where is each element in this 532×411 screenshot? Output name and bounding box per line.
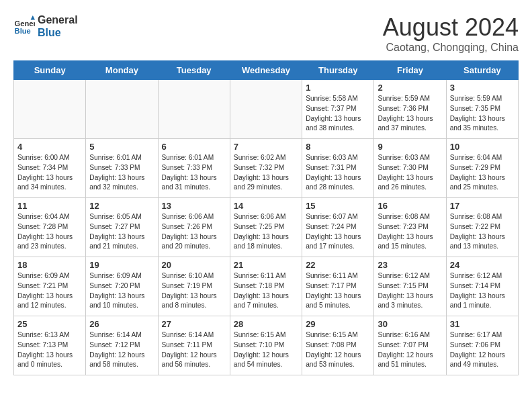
calendar-cell: 24Sunrise: 6:12 AMSunset: 7:14 PMDayligh… (446, 257, 518, 316)
calendar-cell: 10Sunrise: 6:04 AMSunset: 7:29 PMDayligh… (446, 139, 518, 198)
calendar-table: SundayMondayTuesdayWednesdayThursdayFrid… (13, 60, 519, 375)
cell-content: Sunrise: 6:06 AMSunset: 7:26 PMDaylight:… (162, 212, 226, 252)
day-number: 5 (89, 142, 154, 152)
cell-content: Sunrise: 6:03 AMSunset: 7:31 PMDaylight:… (306, 153, 370, 193)
day-header-monday: Monday (86, 61, 158, 80)
day-number: 21 (234, 260, 298, 270)
day-number: 17 (450, 201, 515, 211)
calendar-cell: 14Sunrise: 6:06 AMSunset: 7:25 PMDayligh… (230, 198, 302, 257)
day-number: 29 (306, 319, 370, 329)
day-number: 27 (162, 319, 226, 329)
day-number: 15 (306, 201, 370, 211)
day-number: 8 (306, 142, 370, 152)
calendar-cell: 7Sunrise: 6:02 AMSunset: 7:32 PMDaylight… (230, 139, 302, 198)
day-number: 28 (234, 319, 298, 329)
day-header-tuesday: Tuesday (158, 61, 230, 80)
calendar-cell: 2Sunrise: 5:59 AMSunset: 7:36 PMDaylight… (374, 80, 446, 139)
calendar-cell: 13Sunrise: 6:06 AMSunset: 7:26 PMDayligh… (158, 198, 230, 257)
day-number: 1 (306, 83, 370, 93)
calendar-cell: 4Sunrise: 6:00 AMSunset: 7:34 PMDaylight… (14, 139, 86, 198)
day-number: 23 (378, 260, 442, 270)
cell-content: Sunrise: 6:03 AMSunset: 7:30 PMDaylight:… (378, 153, 442, 193)
cell-content: Sunrise: 5:58 AMSunset: 7:37 PMDaylight:… (306, 94, 370, 134)
calendar-header-row: SundayMondayTuesdayWednesdayThursdayFrid… (14, 61, 519, 80)
day-number: 30 (378, 319, 442, 329)
cell-content: Sunrise: 6:02 AMSunset: 7:32 PMDaylight:… (234, 153, 298, 193)
calendar-cell: 23Sunrise: 6:12 AMSunset: 7:15 PMDayligh… (374, 257, 446, 316)
calendar-cell: 18Sunrise: 6:09 AMSunset: 7:21 PMDayligh… (14, 257, 86, 316)
calendar-cell (230, 80, 302, 139)
week-row-4: 25Sunrise: 6:13 AMSunset: 7:13 PMDayligh… (14, 316, 519, 375)
calendar-cell: 12Sunrise: 6:05 AMSunset: 7:27 PMDayligh… (86, 198, 158, 257)
calendar-cell (14, 80, 86, 139)
day-number: 25 (17, 319, 82, 329)
calendar-cell: 8Sunrise: 6:03 AMSunset: 7:31 PMDaylight… (302, 139, 374, 198)
cell-content: Sunrise: 6:12 AMSunset: 7:15 PMDaylight:… (378, 271, 442, 311)
day-number: 6 (162, 142, 226, 152)
logo-line2: Blue (38, 26, 78, 39)
cell-content: Sunrise: 6:11 AMSunset: 7:17 PMDaylight:… (306, 271, 370, 311)
day-number: 3 (450, 83, 515, 93)
logo-line1: General (38, 13, 78, 26)
day-header-sunday: Sunday (14, 61, 86, 80)
calendar-cell: 17Sunrise: 6:08 AMSunset: 7:22 PMDayligh… (446, 198, 518, 257)
day-header-friday: Friday (374, 61, 446, 80)
day-number: 18 (17, 260, 82, 270)
main-title: August 2024 (383, 13, 519, 42)
day-header-wednesday: Wednesday (230, 61, 302, 80)
cell-content: Sunrise: 6:08 AMSunset: 7:22 PMDaylight:… (450, 212, 515, 252)
week-row-2: 11Sunrise: 6:04 AMSunset: 7:28 PMDayligh… (14, 198, 519, 257)
day-number: 10 (450, 142, 515, 152)
calendar-cell: 16Sunrise: 6:08 AMSunset: 7:23 PMDayligh… (374, 198, 446, 257)
cell-content: Sunrise: 6:08 AMSunset: 7:23 PMDaylight:… (378, 212, 442, 252)
day-number: 12 (89, 201, 154, 211)
calendar-cell: 30Sunrise: 6:16 AMSunset: 7:07 PMDayligh… (374, 316, 446, 375)
cell-content: Sunrise: 6:01 AMSunset: 7:33 PMDaylight:… (162, 153, 226, 193)
day-number: 14 (234, 201, 298, 211)
calendar-cell: 20Sunrise: 6:10 AMSunset: 7:19 PMDayligh… (158, 257, 230, 316)
cell-content: Sunrise: 6:06 AMSunset: 7:25 PMDaylight:… (234, 212, 298, 252)
day-number: 2 (378, 83, 442, 93)
cell-content: Sunrise: 6:10 AMSunset: 7:19 PMDaylight:… (162, 271, 226, 311)
cell-content: Sunrise: 6:14 AMSunset: 7:11 PMDaylight:… (162, 330, 226, 370)
day-number: 26 (89, 319, 154, 329)
calendar-cell: 31Sunrise: 6:17 AMSunset: 7:06 PMDayligh… (446, 316, 518, 375)
calendar-cell: 25Sunrise: 6:13 AMSunset: 7:13 PMDayligh… (14, 316, 86, 375)
cell-content: Sunrise: 6:05 AMSunset: 7:27 PMDaylight:… (89, 212, 154, 252)
logo: General Blue General Blue (13, 13, 78, 39)
calendar-cell: 6Sunrise: 6:01 AMSunset: 7:33 PMDaylight… (158, 139, 230, 198)
day-header-thursday: Thursday (302, 61, 374, 80)
cell-content: Sunrise: 6:12 AMSunset: 7:14 PMDaylight:… (450, 271, 515, 311)
svg-text:Blue: Blue (15, 27, 31, 35)
day-number: 9 (378, 142, 442, 152)
cell-content: Sunrise: 6:15 AMSunset: 7:10 PMDaylight:… (234, 330, 298, 370)
week-row-1: 4Sunrise: 6:00 AMSunset: 7:34 PMDaylight… (14, 139, 519, 198)
calendar-cell: 28Sunrise: 6:15 AMSunset: 7:10 PMDayligh… (230, 316, 302, 375)
calendar-cell: 26Sunrise: 6:14 AMSunset: 7:12 PMDayligh… (86, 316, 158, 375)
svg-marker-2 (31, 15, 35, 19)
cell-content: Sunrise: 6:09 AMSunset: 7:20 PMDaylight:… (89, 271, 154, 311)
day-number: 19 (89, 260, 154, 270)
title-area: August 2024 Caotang, Chongqing, China (383, 13, 519, 54)
day-number: 7 (234, 142, 298, 152)
calendar-cell: 29Sunrise: 6:15 AMSunset: 7:08 PMDayligh… (302, 316, 374, 375)
svg-text:General: General (15, 19, 35, 28)
cell-content: Sunrise: 6:07 AMSunset: 7:24 PMDaylight:… (306, 212, 370, 252)
week-row-0: 1Sunrise: 5:58 AMSunset: 7:37 PMDaylight… (14, 80, 519, 139)
page-header: General Blue General Blue August 2024 Ca… (13, 13, 519, 54)
calendar-cell: 11Sunrise: 6:04 AMSunset: 7:28 PMDayligh… (14, 198, 86, 257)
day-number: 11 (17, 201, 82, 211)
calendar-cell: 9Sunrise: 6:03 AMSunset: 7:30 PMDaylight… (374, 139, 446, 198)
calendar-cell: 3Sunrise: 5:59 AMSunset: 7:35 PMDaylight… (446, 80, 518, 139)
cell-content: Sunrise: 6:17 AMSunset: 7:06 PMDaylight:… (450, 330, 515, 370)
day-header-saturday: Saturday (446, 61, 518, 80)
cell-content: Sunrise: 6:15 AMSunset: 7:08 PMDaylight:… (306, 330, 370, 370)
day-number: 13 (162, 201, 226, 211)
subtitle: Caotang, Chongqing, China (383, 42, 519, 54)
cell-content: Sunrise: 6:13 AMSunset: 7:13 PMDaylight:… (17, 330, 82, 370)
cell-content: Sunrise: 6:00 AMSunset: 7:34 PMDaylight:… (17, 153, 82, 193)
cell-content: Sunrise: 6:14 AMSunset: 7:12 PMDaylight:… (89, 330, 154, 370)
day-number: 22 (306, 260, 370, 270)
cell-content: Sunrise: 6:04 AMSunset: 7:29 PMDaylight:… (450, 153, 515, 193)
calendar-cell: 27Sunrise: 6:14 AMSunset: 7:11 PMDayligh… (158, 316, 230, 375)
